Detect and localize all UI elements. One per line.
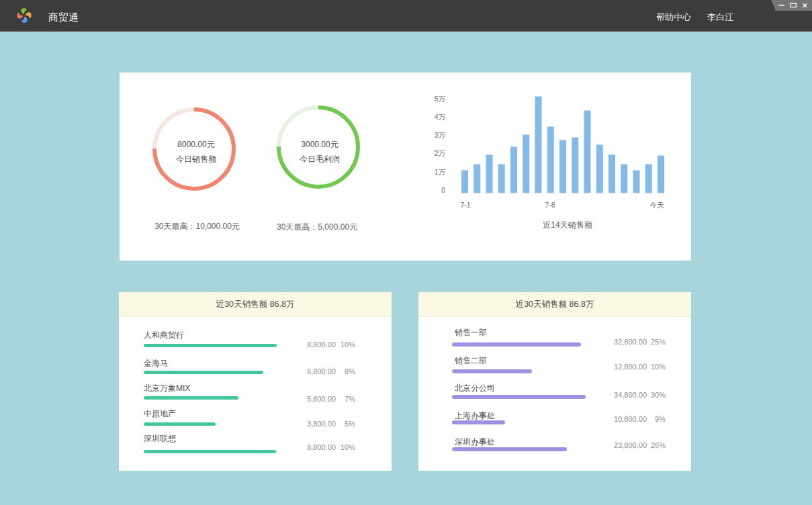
- svg-text:2万: 2万: [435, 149, 446, 157]
- svg-text:今天: 今天: [650, 201, 665, 209]
- svg-text:0: 0: [441, 186, 445, 194]
- svg-text:5万: 5万: [435, 95, 446, 103]
- svg-text:3万: 3万: [435, 131, 446, 139]
- svg-text:1万: 1万: [435, 168, 446, 176]
- svg-text:4万: 4万: [435, 113, 446, 121]
- svg-text:7-8: 7-8: [545, 201, 555, 209]
- svg-text:7-1: 7-1: [460, 201, 470, 209]
